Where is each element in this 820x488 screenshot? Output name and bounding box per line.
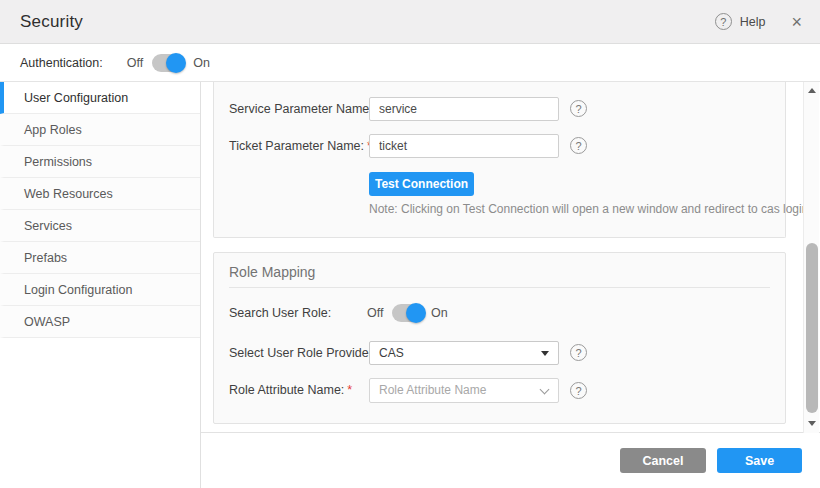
ticket-parameter-label: Ticket Parameter Name:* — [229, 134, 372, 158]
content-area: Service Parameter Name:* ? Ticket Parame… — [201, 82, 820, 488]
sidebar-item-permissions[interactable]: Permissions — [0, 146, 200, 178]
role-attribute-combobox[interactable]: Role Attribute Name — [369, 378, 559, 403]
scroll-up-icon[interactable] — [804, 84, 820, 98]
role-attribute-help-icon[interactable]: ? — [570, 382, 587, 399]
authentication-on-label: On — [193, 56, 210, 70]
close-icon[interactable]: × — [791, 13, 802, 31]
save-button[interactable]: Save — [717, 448, 802, 473]
service-parameter-help-icon[interactable]: ? — [570, 100, 587, 117]
page-title: Security — [20, 12, 83, 32]
role-attribute-label: Role Attribute Name:* — [229, 378, 352, 402]
user-role-provider-value: CAS — [379, 346, 404, 360]
dialog-header: Security ? Help × — [0, 0, 820, 44]
footer-divider — [201, 432, 820, 433]
search-user-role-row: Search User Role: Off On — [229, 301, 770, 325]
scroll-down-icon[interactable] — [804, 417, 820, 431]
sidebar-item-owasp[interactable]: OWASP — [0, 306, 200, 338]
authentication-label: Authentication: — [20, 56, 103, 70]
toggle-knob — [166, 53, 186, 73]
cas-config-panel: Service Parameter Name:* ? Ticket Parame… — [213, 82, 786, 238]
help-link[interactable]: Help — [740, 15, 766, 29]
required-asterisk: * — [347, 383, 352, 397]
search-user-role-off-label: Off — [367, 301, 383, 325]
user-role-provider-label: Select User Role Provider: — [229, 341, 376, 365]
search-user-role-label: Search User Role: — [229, 301, 331, 325]
test-connection-note: Note: Clicking on Test Connection will o… — [369, 202, 808, 216]
sidebar-item-user-configuration[interactable]: User Configuration — [0, 82, 200, 114]
sidebar-item-prefabs[interactable]: Prefabs — [0, 242, 200, 274]
role-mapping-panel: Role Mapping Search User Role: Off On Se… — [213, 252, 786, 424]
role-mapping-title: Role Mapping — [229, 264, 315, 280]
header-actions: ? Help × — [715, 13, 820, 31]
toggle-knob — [406, 303, 426, 323]
settings-sidebar: User Configuration App Roles Permissions… — [0, 82, 201, 488]
ticket-parameter-input[interactable] — [369, 134, 559, 158]
scrollbar-thumb[interactable] — [806, 243, 818, 413]
service-parameter-input[interactable] — [369, 97, 559, 121]
role-attribute-placeholder: Role Attribute Name — [379, 383, 486, 397]
user-role-provider-help-icon[interactable]: ? — [570, 344, 587, 361]
caret-down-icon — [541, 351, 549, 356]
authentication-off-label: Off — [127, 56, 143, 70]
ticket-parameter-label-text: Ticket Parameter Name: — [229, 139, 364, 153]
authentication-toggle[interactable] — [152, 54, 184, 72]
sidebar-item-web-resources[interactable]: Web Resources — [0, 178, 200, 210]
vertical-scrollbar[interactable] — [803, 82, 819, 433]
ticket-parameter-help-icon[interactable]: ? — [570, 137, 587, 154]
service-parameter-label: Service Parameter Name:* — [229, 97, 381, 121]
role-mapping-divider — [229, 287, 770, 288]
sidebar-item-app-roles[interactable]: App Roles — [0, 114, 200, 146]
user-role-provider-select[interactable]: CAS — [369, 341, 559, 365]
test-connection-button[interactable]: Test Connection — [369, 172, 474, 196]
search-user-role-on-label: On — [431, 301, 448, 325]
role-attribute-label-text: Role Attribute Name: — [229, 383, 344, 397]
help-icon[interactable]: ? — [715, 13, 732, 30]
authentication-bar: Authentication: Off On — [0, 44, 820, 82]
sidebar-item-services[interactable]: Services — [0, 210, 200, 242]
sidebar-item-login-configuration[interactable]: Login Configuration — [0, 274, 200, 306]
chevron-down-icon — [540, 385, 550, 395]
search-user-role-toggle[interactable] — [392, 304, 424, 322]
service-parameter-label-text: Service Parameter Name: — [229, 102, 373, 116]
cancel-button[interactable]: Cancel — [620, 448, 706, 473]
